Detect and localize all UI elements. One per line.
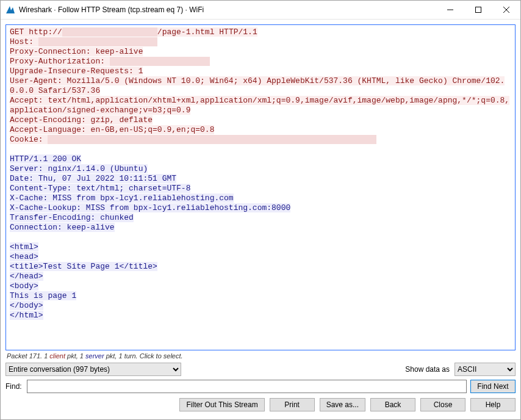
resp-body6: This is page 1 <box>10 291 76 300</box>
print-button[interactable]: Print <box>270 398 315 411</box>
req-accept-enc: Accept-Encoding: gzip, deflate <box>10 115 153 125</box>
resp-xcache-lookup: X-Cache-Lookup: MISS from bpx-lcy1.relia… <box>10 203 290 212</box>
titlebar: Wireshark · Follow HTTP Stream (tcp.stre… <box>1 1 520 20</box>
back-button[interactable]: Back <box>370 398 415 411</box>
req-proxy-auth-redact <box>110 57 210 66</box>
save-as-button[interactable]: Save as... <box>320 398 365 411</box>
req-accept-lang: Accept-Language: en-GB,en-US;q=0.9,en;q=… <box>10 125 214 134</box>
resp-body5: <body> <box>10 281 38 291</box>
bottom-button-row: Filter Out This Stream Print Save as... … <box>5 397 516 411</box>
status-client: client <box>49 352 65 360</box>
req-user-agent: User-Agent: Mozilla/5.0 (Windows NT 10.0… <box>10 76 505 95</box>
resp-body2: <head> <box>10 252 38 261</box>
req-accept: Accept: text/html,application/xhtml+xml,… <box>10 96 509 115</box>
resp-status: HTTP/1.1 200 OK <box>10 154 81 164</box>
wireshark-icon <box>5 5 15 15</box>
resp-conn: Connection: keep-alive <box>10 223 115 232</box>
close-button[interactable] <box>492 1 520 19</box>
req-host-redact <box>38 37 157 46</box>
status-b: pkt, 1 <box>65 352 85 360</box>
filter-out-button[interactable]: Filter Out This Stream <box>179 398 264 411</box>
svg-rect-1 <box>476 7 481 13</box>
resp-date: Date: Thu, 07 Jul 2022 10:11:51 GMT <box>10 174 176 183</box>
maximize-button[interactable] <box>464 1 492 19</box>
resp-xcache: X-Cache: MISS from bpx-lcy1.reliablehost… <box>10 194 234 203</box>
find-label: Find: <box>5 382 23 391</box>
resp-body1: <html> <box>10 242 38 252</box>
status-c: pkt, 1 turn. Click to select. <box>104 352 183 360</box>
show-as-label: Show data as <box>405 365 451 374</box>
status-a: Packet 171. 1 <box>7 352 49 360</box>
resp-body3: <title>Test Site Page 1</title> <box>10 262 157 271</box>
resp-body4: </head> <box>10 272 43 281</box>
resp-body7: </body> <box>10 301 43 310</box>
window-title: Wireshark · Follow HTTP Stream (tcp.stre… <box>19 5 436 14</box>
req-get-b: /page-1.html HTTP/1.1 <box>157 27 257 37</box>
dialog-content: GET http:// /page-1.html HTTP/1.1 Host: … <box>1 20 520 419</box>
req-proxy-conn: Proxy-Connection: keep-alive <box>10 47 143 56</box>
req-cookie-redact <box>48 135 376 144</box>
window: Wireshark · Follow HTTP Stream (tcp.stre… <box>0 0 521 420</box>
help-button[interactable]: Help <box>470 398 516 411</box>
req-host-label: Host: <box>10 37 38 46</box>
close-dialog-button[interactable]: Close <box>420 398 465 411</box>
status-server: server <box>85 352 104 360</box>
req-get-a: GET http:// <box>10 27 62 37</box>
req-cookie-label: Cookie: <box>10 135 48 144</box>
stream-text-area[interactable]: GET http:// /page-1.html HTTP/1.1 Host: … <box>5 24 516 350</box>
window-controls <box>436 1 520 19</box>
resp-ctype: Content-Type: text/html; charset=UTF-8 <box>10 184 190 193</box>
req-get-redact <box>62 27 157 37</box>
status-line[interactable]: Packet 171. 1 client pkt, 1 server pkt, … <box>5 350 516 363</box>
find-input[interactable] <box>27 380 467 393</box>
find-next-button[interactable]: Find Next <box>470 380 516 393</box>
resp-te: Transfer-Encoding: chunked <box>10 213 134 222</box>
req-proxy-auth-label: Proxy-Authorization: <box>10 57 110 66</box>
minimize-button[interactable] <box>436 1 464 19</box>
req-upgrade: Upgrade-Insecure-Requests: 1 <box>10 67 143 76</box>
resp-body8: </html> <box>10 311 43 320</box>
resp-server: Server: nginx/1.14.0 (Ubuntu) <box>10 164 148 173</box>
find-row: Find: Find Next <box>5 380 516 393</box>
controls-row-1: Entire conversation (997 bytes) Show dat… <box>5 363 516 376</box>
conversation-select[interactable]: Entire conversation (997 bytes) <box>5 363 181 376</box>
show-as-block: Show data as ASCII <box>405 363 516 376</box>
show-as-select[interactable]: ASCII <box>455 363 516 376</box>
